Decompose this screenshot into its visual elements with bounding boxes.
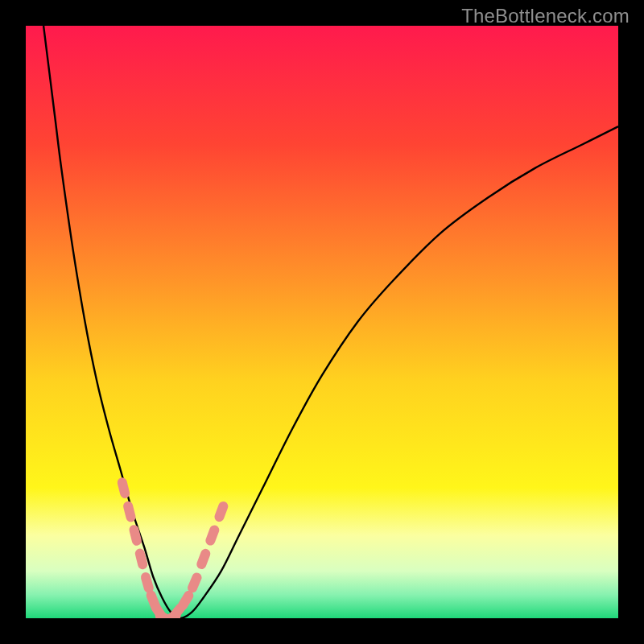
curve-layer (26, 26, 618, 618)
chart-frame: TheBottleneck.com (0, 0, 644, 644)
marker (186, 572, 203, 595)
plot-area (26, 26, 618, 618)
marker (213, 500, 229, 523)
watermark: TheBottleneck.com (461, 5, 630, 27)
highlight-markers (116, 477, 229, 618)
marker (116, 477, 130, 499)
marker (204, 524, 221, 547)
marker (196, 547, 212, 571)
marker (122, 500, 137, 522)
